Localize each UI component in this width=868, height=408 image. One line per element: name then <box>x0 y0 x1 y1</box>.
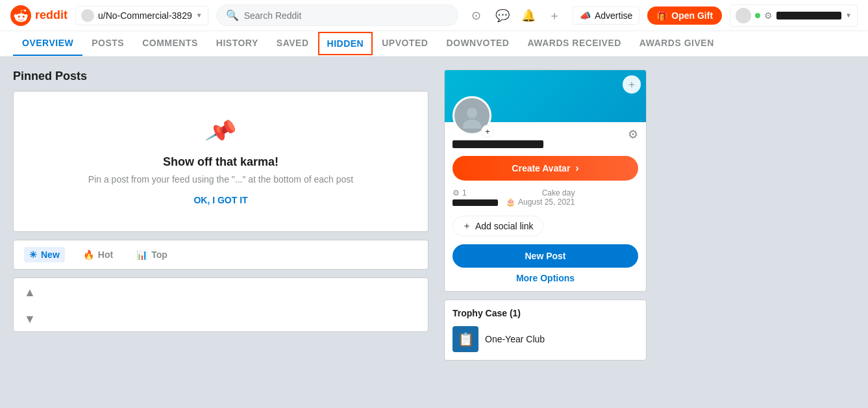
karma-row: ⚙ 1 <box>453 188 498 198</box>
add-icon-btn[interactable]: ＋ <box>544 5 565 26</box>
sort-hot-label: Hot <box>98 249 113 260</box>
profile-name-redacted <box>453 140 543 148</box>
tab-downvoted[interactable]: DOWNVOTED <box>437 31 518 56</box>
user-avatar-small <box>81 9 94 22</box>
sort-top-button[interactable]: 📊 Top <box>131 247 173 262</box>
search-icon: 🔍 <box>226 9 239 21</box>
reddit-wordmark: reddit <box>35 8 68 22</box>
advertise-btn[interactable]: 📣 Advertise <box>573 6 639 25</box>
trophy-card: Trophy Case (1) 📋 One-Year Club <box>444 300 647 361</box>
tab-overview[interactable]: OVERVIEW <box>13 31 82 56</box>
gift-icon: 🎁 <box>656 10 667 21</box>
new-post-button[interactable]: New Post <box>453 244 638 268</box>
account-avatar <box>736 8 751 23</box>
stats-row: ⚙ 1 Cake day 🎂 August 25, 2021 <box>453 188 638 208</box>
trophy-name: One-Year Club <box>485 334 545 344</box>
account-name-redacted <box>776 12 841 19</box>
main-content: Pinned Posts 📌 Show off that karma! Pin … <box>0 57 779 361</box>
settings-gear-button[interactable]: ⚙ <box>628 127 638 142</box>
add-avatar-button[interactable]: ＋ <box>481 125 494 138</box>
cake-day-date: August 25, 2021 <box>518 198 575 207</box>
new-sort-icon: ✳ <box>29 249 37 260</box>
karma-label-redacted <box>453 199 498 206</box>
more-options-link[interactable]: More Options <box>453 273 638 283</box>
tab-comments[interactable]: COMMENTS <box>133 31 207 56</box>
hot-sort-icon: 🔥 <box>83 249 94 260</box>
user-dropdown-name: u/No-Commercial-3829 <box>98 10 192 21</box>
chat-icon-btn[interactable]: 💬 <box>492 5 513 26</box>
create-avatar-arrow-icon: › <box>575 162 578 174</box>
account-chevron-icon: ▼ <box>845 12 852 19</box>
profile-avatar-wrap: ＋ <box>453 96 491 135</box>
tab-posts[interactable]: POSTS <box>82 31 133 56</box>
account-area[interactable]: ⚙ ▼ <box>730 5 858 27</box>
open-gift-label: Open Gift <box>671 10 713 21</box>
tab-upvoted[interactable]: UPVOTED <box>373 31 437 56</box>
add-banner-button[interactable]: ＋ <box>623 75 641 94</box>
ok-got-it-link[interactable]: OK, I GOT IT <box>193 195 247 205</box>
add-social-button[interactable]: ＋ Add social link <box>453 216 543 236</box>
question-icon-btn[interactable]: ⊙ <box>466 5 487 26</box>
search-input[interactable] <box>244 10 449 21</box>
vote-column: ▲ ▼ <box>24 283 36 326</box>
new-post-label: New Post <box>525 251 565 261</box>
sort-hot-button[interactable]: 🔥 Hot <box>78 247 118 262</box>
trophy-item: 📋 One-Year Club <box>453 326 638 352</box>
cake-day-label: Cake day <box>506 188 575 198</box>
add-social-plus-icon: ＋ <box>462 220 471 232</box>
tab-history[interactable]: HISTORY <box>207 31 267 56</box>
karma-gear-icon: ⚙ <box>453 188 460 198</box>
trophy-badge-icon: 📋 <box>453 326 478 352</box>
create-avatar-button[interactable]: Create Avatar › <box>453 156 638 181</box>
tab-awards-received[interactable]: AWARDS RECEIVED <box>518 31 630 56</box>
chevron-down-icon: ▼ <box>196 12 203 19</box>
upvote-button[interactable]: ▲ <box>24 286 36 300</box>
left-column: Pinned Posts 📌 Show off that karma! Pin … <box>13 70 428 361</box>
profile-card: ＋ ＋ ⚙ <box>444 70 647 292</box>
add-social-label: Add social link <box>475 221 534 231</box>
profile-banner: ＋ ＋ <box>445 70 646 122</box>
pinned-card: 📌 Show off that karma! Pin a post from y… <box>13 91 428 232</box>
tab-saved[interactable]: SAVED <box>267 31 318 56</box>
sort-bar: ✳ New 🔥 Hot 📊 Top <box>13 240 428 270</box>
trophy-icon: 📋 <box>458 331 474 347</box>
pinned-card-heading: Show off that karma! <box>163 155 279 169</box>
notification-icon-btn[interactable]: 🔔 <box>518 5 539 26</box>
profile-nav: OVERVIEW POSTS COMMENTS HISTORY SAVED HI… <box>0 31 868 57</box>
add-avatar-icon: ＋ <box>484 126 491 137</box>
header-icons: ⊙ 💬 🔔 ＋ <box>466 5 565 26</box>
reddit-logo-area[interactable]: reddit <box>10 5 68 26</box>
top-sort-icon: 📊 <box>136 249 147 260</box>
tab-awards-given[interactable]: AWARDS GIVEN <box>630 31 723 56</box>
karma-stat: ⚙ 1 <box>453 188 498 208</box>
pin-icon: 📌 <box>203 114 238 148</box>
post-preview: ▲ ▼ <box>13 277 428 332</box>
advertise-label: Advertise <box>595 10 632 21</box>
online-status-dot <box>755 13 760 18</box>
karma-value: 1 <box>462 188 467 198</box>
gear-settings-icon: ⚙ <box>764 10 773 21</box>
trophy-case-title: Trophy Case (1) <box>453 308 638 318</box>
pinned-card-description: Pin a post from your feed using the "...… <box>88 174 353 185</box>
svg-point-1 <box>467 108 477 118</box>
sort-top-label: Top <box>151 249 167 260</box>
gear-icon: ⚙ <box>628 128 638 141</box>
right-column: ＋ ＋ ⚙ <box>444 70 647 361</box>
tab-hidden[interactable]: HIDDEN <box>318 32 373 55</box>
svg-point-2 <box>463 120 481 129</box>
megaphone-icon: 📣 <box>580 10 591 21</box>
cake-icon: 🎂 <box>506 198 515 207</box>
header: reddit u/No-Commercial-3829 ▼ 🔍 ⊙ 💬 🔔 ＋ … <box>0 0 868 31</box>
sort-new-label: New <box>41 249 60 260</box>
search-bar[interactable]: 🔍 <box>216 5 458 26</box>
user-dropdown[interactable]: u/No-Commercial-3829 ▼ <box>75 6 208 25</box>
pinned-posts-title: Pinned Posts <box>13 70 428 83</box>
profile-card-body: Create Avatar › ⚙ 1 Cake day 🎂 <box>445 122 646 291</box>
create-avatar-label: Create Avatar <box>512 163 570 173</box>
cake-day-stat: Cake day 🎂 August 25, 2021 <box>506 188 575 208</box>
add-banner-icon: ＋ <box>626 78 637 92</box>
open-gift-button[interactable]: 🎁 Open Gift <box>647 6 722 25</box>
downvote-button[interactable]: ▼ <box>24 312 36 326</box>
sort-new-button[interactable]: ✳ New <box>24 247 65 262</box>
